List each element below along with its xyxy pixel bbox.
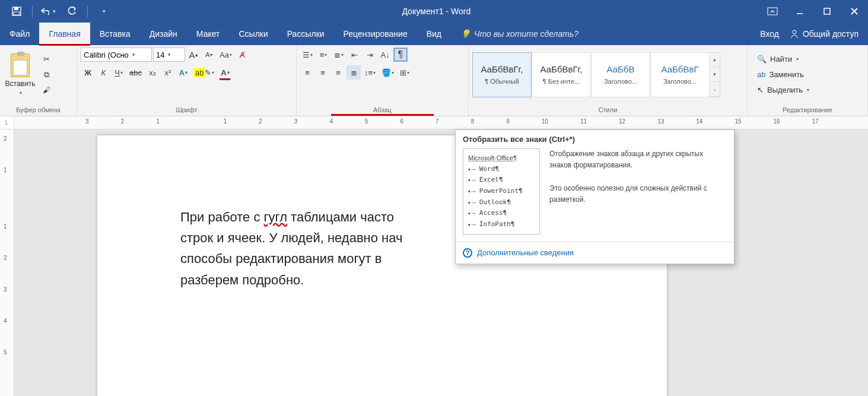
svg-rect-5 — [824, 8, 830, 14]
multilevel-icon[interactable]: ≣▾ — [332, 47, 346, 62]
bold-button[interactable]: Ж — [81, 65, 95, 80]
tooltip-show-marks: Отобразить все знаки (Ctrl+*) Microsoft·… — [455, 129, 735, 264]
copy-icon[interactable]: ⧉ — [39, 68, 53, 82]
format-painter-icon[interactable]: 🖌 — [39, 83, 53, 97]
ruler-corner[interactable]: L — [0, 116, 14, 129]
align-center-icon[interactable]: ≡ — [316, 65, 330, 80]
ribbon-tabs: Файл Главная Вставка Дизайн Макет Ссылки… — [0, 23, 868, 45]
font-size-combo[interactable]: 14▾ — [153, 47, 185, 62]
vertical-ruler[interactable]: 2112345 — [0, 129, 14, 396]
tab-home[interactable]: Главная — [39, 23, 90, 45]
account-controls: Вход Общий доступ — [760, 23, 868, 45]
workspace: 2112345 При работе с гугл таблицами част… — [0, 129, 868, 396]
group-font: Calibri (Осно▾ 14▾ A▴ A▾ Aa▾ A̸ Ж К Ч▾ a… — [77, 45, 297, 116]
info-icon: ? — [463, 248, 472, 258]
clipboard-icon — [11, 53, 30, 77]
tell-me-placeholder: Что вы хотите сделать? — [474, 29, 578, 39]
group-label-editing: Редактирование — [748, 104, 867, 116]
tell-me-search[interactable]: 💡 Что вы хотите сделать? — [451, 23, 588, 45]
redo-icon[interactable] — [61, 2, 82, 21]
quick-access-toolbar: ▾ ▾ — [0, 0, 114, 23]
line-spacing-icon[interactable]: ↕≡▾ — [362, 65, 378, 80]
align-right-icon[interactable]: ≡ — [331, 65, 345, 80]
decrease-indent-icon[interactable]: ⇤ — [347, 47, 361, 62]
superscript-button[interactable]: x² — [161, 65, 175, 80]
align-left-icon[interactable]: ≡ — [300, 65, 314, 80]
show-marks-button[interactable]: ¶ — [393, 47, 408, 62]
close-icon[interactable] — [841, 0, 868, 23]
document-area[interactable]: При работе с гугл таблицами часто xxxxxx… — [14, 129, 868, 396]
change-case-icon[interactable]: Aa▾ — [217, 47, 234, 62]
find-button[interactable]: 🔍Найти▾ — [753, 53, 813, 66]
tab-references[interactable]: Ссылки — [229, 23, 277, 45]
style-heading2[interactable]: АаБбВвГ Заголово... — [650, 52, 710, 97]
tab-file[interactable]: Файл — [0, 23, 39, 45]
tooltip-title: Отобразить все знаки (Ctrl+*) — [456, 130, 734, 146]
group-styles: АаБбВвГг, ¶ Обычный АаБбВвГг, ¶ Без инте… — [469, 45, 748, 116]
cursor-icon: ↖ — [757, 85, 764, 94]
ribbon: Вставить ▾ ✂ ⧉ 🖌 Буфер обмена Calibri (О… — [0, 45, 868, 116]
bullets-icon[interactable]: ☰▾ — [300, 47, 315, 62]
borders-icon[interactable]: ⊞▾ — [398, 65, 412, 80]
select-button[interactable]: ↖Выделить▾ — [753, 84, 813, 97]
replace-icon: ab — [757, 70, 765, 79]
title-bar: ▾ ▾ Документ1 - Word — [0, 0, 868, 23]
tab-design[interactable]: Дизайн — [140, 23, 187, 45]
font-name-combo[interactable]: Calibri (Осно▾ — [81, 47, 152, 62]
style-no-spacing[interactable]: АаБбВвГг, ¶ Без инте... — [532, 52, 591, 97]
highlight-icon[interactable]: ab✎▾ — [192, 65, 217, 80]
tab-layout[interactable]: Макет — [187, 23, 230, 45]
tab-mailings[interactable]: Рассылки — [278, 23, 334, 45]
tab-view[interactable]: Вид — [417, 23, 451, 45]
style-normal[interactable]: АаБбВвГг, ¶ Обычный — [472, 52, 532, 97]
text-effects-icon[interactable]: A▾ — [176, 65, 190, 80]
maximize-icon[interactable] — [813, 0, 841, 23]
increase-indent-icon[interactable]: ⇥ — [363, 47, 377, 62]
window-title: Документ1 - Word — [114, 7, 759, 16]
search-icon: 🔍 — [757, 55, 767, 64]
qat-customize-icon[interactable]: ▾ — [93, 2, 114, 21]
tab-review[interactable]: Рецензирование — [334, 23, 417, 45]
group-label-clipboard: Буфер обмена — [0, 104, 77, 116]
paste-button[interactable]: Вставить ▾ — [4, 51, 37, 99]
tab-insert[interactable]: Вставка — [90, 23, 140, 45]
numbering-icon[interactable]: ≡▾ — [316, 47, 330, 62]
ribbon-options-icon[interactable] — [759, 0, 786, 23]
gallery-more[interactable]: ▴▾⌄ — [710, 52, 720, 97]
share-icon — [790, 29, 799, 39]
underline-button[interactable]: Ч▾ — [112, 65, 126, 80]
save-icon[interactable] — [6, 2, 27, 21]
shading-icon[interactable]: 🪣▾ — [379, 65, 396, 80]
horizontal-ruler[interactable]: 3211234567891011121314151617 — [14, 116, 868, 129]
ruler-row: L 3211234567891011121314151617 — [0, 116, 868, 129]
signin-link[interactable]: Вход — [760, 29, 779, 39]
tooltip-description: Отображение знаков абзаца и других скрыт… — [549, 148, 727, 235]
shrink-font-icon[interactable]: A▾ — [202, 47, 216, 62]
svg-point-6 — [793, 30, 796, 34]
undo-icon[interactable]: ▾ — [37, 2, 59, 21]
font-color-icon[interactable]: A▾ — [218, 65, 232, 80]
svg-rect-2 — [14, 12, 20, 15]
sort-icon[interactable]: A↓ — [378, 47, 392, 62]
group-label-styles: Стили — [469, 104, 747, 116]
style-heading1[interactable]: АаБбВ Заголово... — [591, 52, 650, 97]
tooltip-preview: Microsoft·Office¶ •→Word¶ •→Excel¶ •→Pow… — [463, 148, 540, 235]
italic-button[interactable]: К — [96, 65, 110, 80]
replace-button[interactable]: abЗаменить — [753, 68, 813, 81]
strikethrough-button[interactable]: abc — [127, 65, 144, 80]
justify-icon[interactable]: ≣ — [346, 65, 361, 80]
svg-rect-1 — [14, 7, 18, 10]
bulb-icon: 💡 — [460, 29, 470, 39]
svg-rect-3 — [768, 8, 777, 15]
subscript-button[interactable]: x₂ — [145, 65, 160, 80]
grow-font-icon[interactable]: A▴ — [186, 47, 201, 62]
tooltip-more-link[interactable]: Дополнительные сведения — [477, 248, 574, 257]
style-gallery[interactable]: АаБбВвГг, ¶ Обычный АаБбВвГг, ¶ Без инте… — [472, 52, 720, 97]
cut-icon[interactable]: ✂ — [39, 52, 53, 66]
group-clipboard: Вставить ▾ ✂ ⧉ 🖌 Буфер обмена — [0, 45, 77, 116]
group-label-paragraph: Абзац — [297, 104, 468, 116]
group-editing: 🔍Найти▾ abЗаменить ↖Выделить▾ Редактиров… — [748, 45, 868, 116]
minimize-icon[interactable] — [786, 0, 813, 23]
clear-formatting-icon[interactable]: A̸ — [236, 47, 250, 62]
share-button[interactable]: Общий доступ — [790, 29, 859, 39]
